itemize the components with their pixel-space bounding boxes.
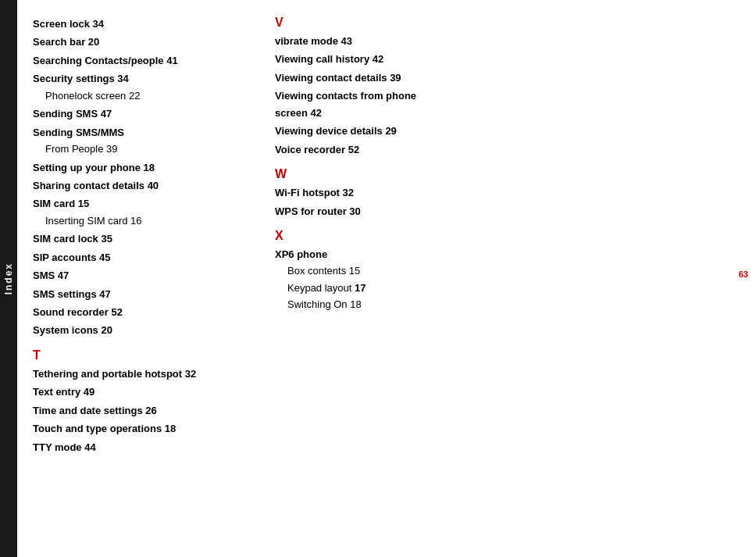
entry-viewing-contacts-phone: Viewing contacts from phone screen 42 — [275, 87, 740, 121]
entry-time-date: Time and date settings 26 — [33, 402, 251, 419]
sidebar-label: Index — [3, 262, 14, 295]
entry-sip-accounts: SIP accounts 45 — [33, 249, 251, 266]
entry-sms: SMS 47 — [33, 267, 251, 284]
entry-search-bar: Search bar 20 — [33, 34, 251, 50]
entry-voice-recorder: Voice recorder 52 — [275, 141, 740, 158]
entry-sms-settings: SMS settings 47 — [33, 286, 251, 302]
entry-setting-up-phone: Setting up your phone 18 — [33, 159, 251, 176]
page-number: 63 — [739, 270, 748, 279]
entry-security-settings: Security settings 34 Phonelock screen 22 — [33, 70, 251, 104]
left-column: Screen lock 34 Search bar 20 Searching C… — [33, 16, 251, 541]
entry-tethering: Tethering and portable hotspot 32 — [33, 366, 251, 382]
entry-viewing-call-history: Viewing call history 42 — [275, 51, 740, 67]
main-content: Screen lock 34 Search bar 20 Searching C… — [17, 0, 756, 557]
entry-system-icons: System icons 20 — [33, 322, 251, 338]
entry-xp6-phone: XP6 phone Box contents 15 Keypad layout … — [275, 246, 740, 313]
entry-touch-type: Touch and type operations 18 — [33, 420, 251, 437]
entry-sound-recorder: Sound recorder 52 — [33, 304, 251, 320]
section-t: T — [33, 348, 251, 362]
section-v: V — [275, 16, 740, 30]
entry-tty-mode: TTY mode 44 — [33, 439, 251, 455]
entry-sending-sms: Sending SMS 47 — [33, 105, 251, 122]
sidebar: Index — [0, 0, 17, 557]
right-column: V vibrate mode 43 Viewing call history 4… — [275, 16, 740, 541]
entry-wps-router: WPS for router 30 — [275, 203, 740, 220]
entry-viewing-device-details: Viewing device details 29 — [275, 123, 740, 139]
section-x: X — [275, 229, 740, 243]
entry-viewing-contact-details: Viewing contact details 39 — [275, 70, 740, 86]
entry-sim-card-lock: SIM card lock 35 — [33, 230, 251, 247]
entry-wifi-hotspot: Wi-Fi hotspot 32 — [275, 184, 740, 201]
entry-vibrate-mode: vibrate mode 43 — [275, 33, 740, 49]
entry-text-entry: Text entry 49 — [33, 384, 251, 400]
entry-searching-contacts: Searching Contacts/people 41 — [33, 52, 251, 69]
section-w: W — [275, 167, 740, 181]
entry-sharing-contact: Sharing contact details 40 — [33, 177, 251, 194]
entry-sim-card: SIM card 15 Inserting SIM card 16 — [33, 195, 251, 229]
entry-sending-sms-mms: Sending SMS/MMS From People 39 — [33, 124, 251, 158]
entry-screen-lock: Screen lock 34 — [33, 16, 251, 32]
